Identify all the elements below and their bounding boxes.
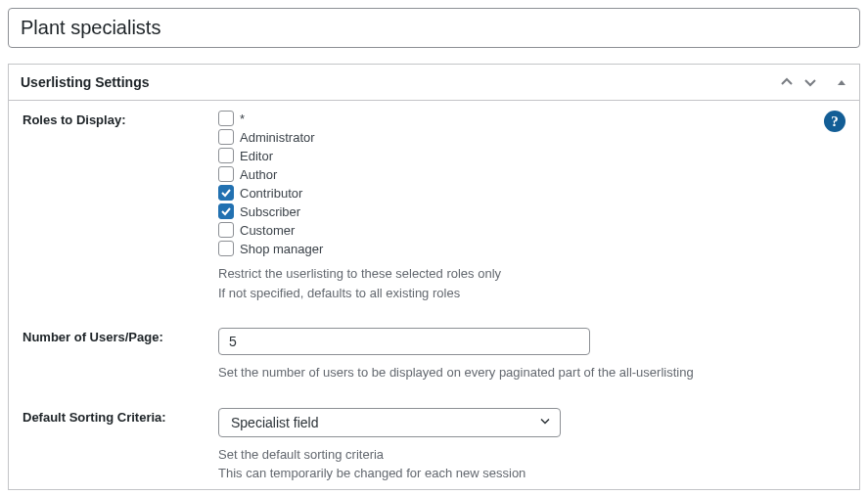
checkbox-author-label[interactable]: Author (240, 167, 277, 182)
perpage-field: Number of Users/Page: Set the number of … (23, 328, 845, 382)
sorting-control: Specialist field Set the default sorting… (218, 408, 845, 483)
sorting-desc: Set the default sorting criteria This ca… (218, 445, 845, 483)
chevron-up-icon[interactable] (779, 74, 795, 90)
checkbox-contributor-label[interactable]: Contributor (240, 186, 302, 201)
checkbox-contributor[interactable] (218, 185, 234, 201)
roles-desc-line1: Restrict the userlisting to these select… (218, 264, 845, 284)
roles-desc-line2: If not specified, defaults to all existi… (218, 284, 845, 303)
perpage-desc: Set the number of users to be displayed … (218, 363, 845, 382)
perpage-control: Set the number of users to be displayed … (218, 328, 845, 382)
checkbox-shop-manager-label[interactable]: Shop manager (240, 242, 323, 256)
checkbox-all-label[interactable]: * (240, 112, 245, 126)
users-per-page-input[interactable] (218, 328, 590, 355)
roles-desc: Restrict the userlisting to these select… (218, 264, 845, 302)
checkbox-editor[interactable] (218, 148, 234, 163)
chevron-down-icon (538, 414, 552, 430)
perpage-label: Number of Users/Page: (23, 328, 218, 344)
checkbox-subscriber-label[interactable]: Subscriber (240, 204, 300, 219)
checkbox-administrator[interactable] (218, 129, 234, 145)
checkbox-editor-label[interactable]: Editor (240, 149, 273, 163)
checkbox-subscriber[interactable] (218, 203, 234, 219)
roles-control: * Administrator Editor Author Contributo… (218, 111, 845, 302)
sorting-desc-line1: Set the default sorting criteria (218, 445, 845, 465)
sorting-field: Default Sorting Criteria: Specialist fie… (23, 408, 845, 483)
panel-header: Userlisting Settings (9, 65, 859, 101)
checkbox-administrator-label[interactable]: Administrator (240, 130, 315, 145)
checkbox-all[interactable] (218, 111, 234, 126)
roles-field: Roles to Display: * Administrator Editor… (23, 111, 845, 302)
roles-label: Roles to Display: (23, 111, 218, 127)
svg-text:?: ? (831, 113, 839, 129)
title-box: Plant specialists (8, 8, 860, 48)
settings-panel: Userlisting Settings ? Roles to Display: (8, 64, 860, 490)
checkbox-customer-label[interactable]: Customer (240, 223, 295, 238)
panel-controls (779, 74, 847, 90)
sorting-desc-line2: This can temporarily be changed for each… (218, 464, 845, 483)
panel-body: ? Roles to Display: * Administrator Edit… (9, 101, 859, 483)
collapse-icon[interactable] (836, 76, 847, 88)
checkbox-author[interactable] (218, 166, 234, 182)
checkbox-customer[interactable] (218, 222, 234, 238)
sorting-select[interactable]: Specialist field (218, 408, 561, 437)
sorting-label: Default Sorting Criteria: (23, 408, 218, 425)
panel-title: Userlisting Settings (21, 74, 149, 90)
checkbox-shop-manager[interactable] (218, 241, 234, 256)
page-title: Plant specialists (21, 17, 847, 39)
sorting-select-value: Specialist field (231, 415, 319, 430)
chevron-down-icon[interactable] (802, 74, 818, 90)
help-icon[interactable]: ? (824, 111, 845, 132)
